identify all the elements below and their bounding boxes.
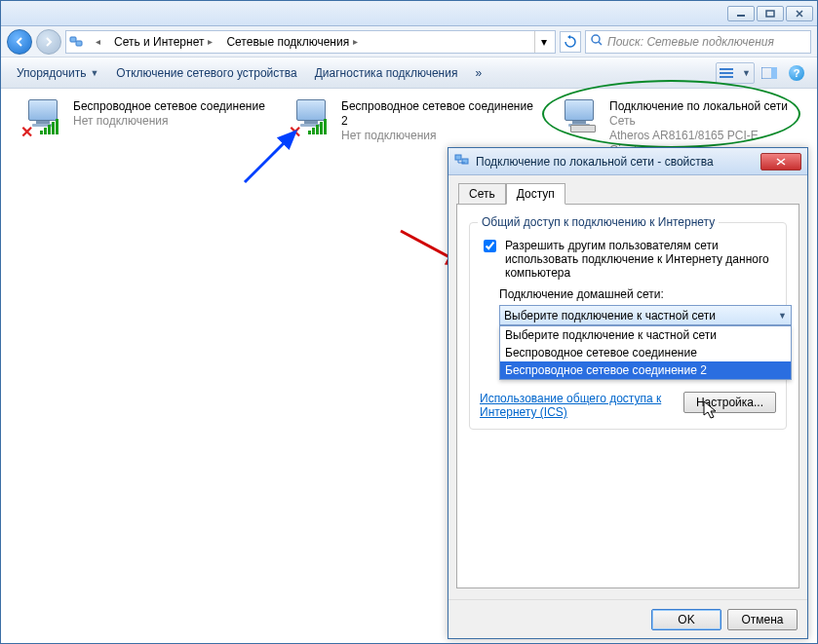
connection-name: Беспроводное сетевое соединение 2 bbox=[341, 99, 542, 129]
svg-rect-5 bbox=[720, 68, 733, 70]
settings-button[interactable]: Настройка... bbox=[683, 392, 776, 413]
refresh-button[interactable] bbox=[560, 31, 581, 53]
chevron-down-icon: ▼ bbox=[778, 311, 787, 321]
allow-sharing-checkbox[interactable] bbox=[484, 240, 496, 252]
svg-rect-1 bbox=[766, 11, 774, 17]
ethernet-icon bbox=[557, 99, 602, 136]
breadcrumb-item-1[interactable]: Сеть и Интернет▸ bbox=[108, 31, 218, 53]
svg-rect-0 bbox=[737, 15, 745, 17]
organize-menu[interactable]: Упорядочить ▼ bbox=[9, 62, 106, 84]
close-button[interactable] bbox=[786, 6, 813, 21]
svg-rect-3 bbox=[76, 41, 82, 46]
dropdown-option-2[interactable]: Беспроводное сетевое соединение 2 bbox=[500, 361, 791, 379]
breadcrumb-back[interactable]: ◂ bbox=[86, 31, 106, 53]
minimize-button[interactable] bbox=[727, 6, 755, 21]
disconnected-icon: ✕ bbox=[289, 123, 301, 141]
group-title: Общий доступ к подключению к Интернету bbox=[478, 215, 719, 229]
connection-item-1[interactable]: ✕ Беспроводное сетевое соединение Нет по… bbox=[20, 99, 274, 136]
forward-button[interactable] bbox=[36, 29, 61, 55]
dialog-close-button[interactable] bbox=[760, 153, 801, 170]
window-titlebar bbox=[1, 1, 817, 26]
search-placeholder: Поиск: Сетевые подключения bbox=[607, 35, 774, 49]
dropdown-option-1[interactable]: Беспроводное сетевое соединение bbox=[500, 344, 791, 361]
dropdown-value: Выберите подключение к частной сети bbox=[504, 309, 716, 322]
svg-rect-9 bbox=[771, 67, 777, 79]
cancel-button[interactable]: Отмена bbox=[727, 609, 798, 630]
allow-sharing-label: Разрешить другим пользователям сети испо… bbox=[505, 239, 776, 280]
help-icon: ? bbox=[789, 65, 804, 81]
panel-icon bbox=[761, 67, 777, 79]
more-commands[interactable]: » bbox=[467, 62, 491, 84]
dropdown-list: Выберите подключение к частной сети Бесп… bbox=[499, 325, 792, 380]
svg-point-4 bbox=[592, 35, 600, 43]
view-icon bbox=[720, 67, 733, 79]
view-menu[interactable]: ▼ bbox=[716, 62, 755, 84]
nav-bar: ◂ Сеть и Интернет▸ Сетевые подключения▸ … bbox=[1, 26, 817, 57]
home-network-label: Подключение домашней сети: bbox=[499, 287, 776, 301]
dialog-title: Подключение по локальной сети - свойства bbox=[476, 155, 714, 169]
network-icon bbox=[68, 34, 84, 50]
breadcrumb-dropdown[interactable]: ▾ bbox=[534, 31, 553, 53]
connection-status: Нет подключения bbox=[341, 129, 542, 143]
maximize-button[interactable] bbox=[757, 6, 784, 21]
properties-dialog: Подключение по локальной сети - свойства… bbox=[448, 147, 808, 639]
tab-panel: Общий доступ к подключению к Интернету Р… bbox=[456, 204, 799, 588]
preview-pane-button[interactable] bbox=[757, 62, 782, 84]
disable-device-button[interactable]: Отключение сетевого устройства bbox=[108, 62, 304, 84]
back-button[interactable] bbox=[7, 29, 32, 55]
diagnose-button[interactable]: Диагностика подключения bbox=[307, 62, 466, 84]
disconnected-icon: ✕ bbox=[20, 123, 33, 141]
network-icon bbox=[454, 152, 470, 170]
svg-rect-2 bbox=[70, 37, 76, 42]
svg-rect-6 bbox=[720, 72, 733, 74]
breadcrumb-item-2[interactable]: Сетевые подключения▸ bbox=[220, 31, 364, 53]
ics-group: Общий доступ к подключению к Интернету Р… bbox=[469, 222, 787, 430]
wireless-icon: ✕ bbox=[289, 99, 333, 136]
dropdown-option-0[interactable]: Выберите подключение к частной сети bbox=[500, 326, 791, 344]
command-bar: Упорядочить ▼ Отключение сетевого устрой… bbox=[1, 57, 817, 89]
breadcrumb[interactable]: ◂ Сеть и Интернет▸ Сетевые подключения▸ … bbox=[65, 30, 556, 54]
search-icon bbox=[590, 33, 604, 50]
wireless-icon: ✕ bbox=[20, 99, 65, 136]
connection-item-2[interactable]: ✕ Беспроводное сетевое соединение 2 Нет … bbox=[289, 99, 542, 143]
dialog-titlebar[interactable]: Подключение по локальной сети - свойства bbox=[448, 148, 807, 175]
svg-rect-13 bbox=[455, 155, 461, 160]
home-network-dropdown[interactable]: Выберите подключение к частной сети ▼ bbox=[499, 305, 792, 325]
connection-status: Нет подключения bbox=[73, 114, 265, 129]
search-input[interactable]: Поиск: Сетевые подключения bbox=[585, 30, 811, 54]
help-button[interactable]: ? bbox=[784, 62, 809, 84]
tab-network[interactable]: Сеть bbox=[458, 183, 506, 205]
tab-access[interactable]: Доступ bbox=[506, 183, 565, 205]
connection-name: Беспроводное сетевое соединение bbox=[73, 99, 265, 114]
ok-button[interactable]: OK bbox=[651, 609, 721, 630]
ics-help-link[interactable]: Использование общего доступа к Интернету… bbox=[480, 392, 661, 419]
svg-rect-7 bbox=[720, 76, 733, 78]
dialog-footer: OK Отмена bbox=[448, 599, 807, 638]
connection-name: Подключение по локальной сети bbox=[609, 99, 800, 114]
connection-status: Сеть bbox=[609, 114, 800, 129]
